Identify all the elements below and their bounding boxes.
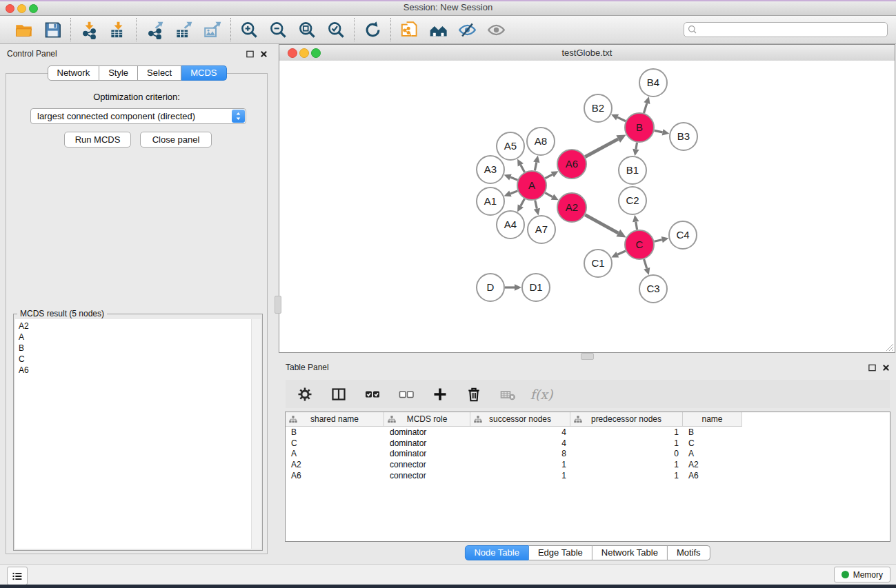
- graph-node-A2[interactable]: A2: [557, 193, 586, 222]
- close-table-panel-icon[interactable]: [882, 363, 890, 372]
- graph-node-A4[interactable]: A4: [497, 211, 524, 239]
- graph-node-C3[interactable]: C3: [639, 275, 667, 303]
- graph-edge-A2-C[interactable]: [585, 215, 626, 238]
- close-window-button[interactable]: [6, 4, 14, 13]
- tab-motifs[interactable]: Motifs: [668, 545, 710, 560]
- graph-edge-C-C1[interactable]: [611, 251, 626, 258]
- run-mcds-button[interactable]: Run MCDS: [64, 132, 131, 148]
- task-history-button[interactable]: [7, 567, 28, 585]
- search-input[interactable]: [684, 22, 888, 37]
- checkbox-unchecked-pair-icon[interactable]: [397, 385, 415, 403]
- mcds-list-scrollbar[interactable]: [251, 319, 261, 549]
- graph-node-B3[interactable]: B3: [670, 123, 697, 150]
- mcds-result-item[interactable]: A2: [15, 319, 261, 332]
- graph-edge-D-D1[interactable]: [505, 284, 521, 291]
- import-network-icon[interactable]: [79, 19, 99, 40]
- trash-icon[interactable]: [465, 385, 483, 403]
- mcds-result-item[interactable]: A: [15, 332, 261, 343]
- graph-node-A[interactable]: A: [517, 171, 546, 200]
- column-header-name[interactable]: name: [683, 412, 742, 427]
- graph-edge-C-C3[interactable]: [644, 259, 650, 275]
- graph-node-B[interactable]: B: [625, 113, 654, 142]
- search-box[interactable]: [684, 22, 888, 37]
- tab-network-table[interactable]: Network Table: [593, 545, 668, 560]
- graph-edge-A-A2[interactable]: [545, 193, 558, 201]
- graph-edge-A-A7[interactable]: [534, 200, 540, 215]
- network-canvas[interactable]: AA1A2A3A4A5A6A7A8BB1B2B3B4CC1C2C3C4DD1: [279, 61, 895, 352]
- window-resize-grip[interactable]: [884, 342, 894, 352]
- table-row[interactable]: Adominator80A: [286, 448, 890, 459]
- close-panel-icon[interactable]: [259, 50, 268, 59]
- checkbox-checked-pair-icon[interactable]: [364, 385, 381, 403]
- memory-button[interactable]: Memory: [834, 567, 890, 582]
- graph-edge-C-C4[interactable]: [654, 236, 668, 243]
- graph-edge-A-A8[interactable]: [533, 156, 539, 171]
- graph-node-A3[interactable]: A3: [477, 156, 504, 183]
- graph-edge-A-A4[interactable]: [517, 199, 524, 212]
- graph-edge-A-A6[interactable]: [545, 171, 558, 178]
- graph-node-B4[interactable]: B4: [639, 69, 667, 97]
- minimize-window-button[interactable]: [17, 4, 26, 13]
- graph-node-C[interactable]: C: [625, 230, 654, 259]
- column-header-shared-name[interactable]: shared name: [286, 412, 384, 427]
- save-floppy-icon[interactable]: [42, 19, 63, 40]
- export-image-icon[interactable]: [202, 19, 223, 40]
- mcds-result-item[interactable]: C: [15, 354, 261, 365]
- column-layout-icon[interactable]: [330, 385, 348, 403]
- tab-mcds[interactable]: MCDS: [181, 65, 226, 81]
- graph-node-D1[interactable]: D1: [522, 274, 550, 301]
- graph-edge-A-A5[interactable]: [517, 159, 524, 172]
- gear-icon[interactable]: [296, 385, 314, 403]
- eye-slash-icon[interactable]: [457, 19, 477, 40]
- export-table-icon[interactable]: [173, 19, 194, 40]
- network-close-button[interactable]: [288, 48, 297, 58]
- zoom-in-icon[interactable]: [239, 19, 259, 40]
- table-row[interactable]: A2connector11A2: [286, 459, 890, 470]
- graph-node-A8[interactable]: A8: [527, 128, 555, 155]
- mcds-result-item[interactable]: A6: [15, 365, 261, 376]
- graph-edge-A-A1[interactable]: [504, 190, 518, 196]
- graph-edge-B-B1[interactable]: [633, 143, 639, 156]
- graph-node-B1[interactable]: B1: [619, 156, 646, 184]
- refresh-icon[interactable]: [362, 19, 383, 40]
- graph-edge-A-A3[interactable]: [504, 174, 518, 181]
- plus-icon[interactable]: [431, 385, 449, 403]
- network-window-titlebar[interactable]: testGlobe.txt: [279, 45, 895, 61]
- graph-node-A7[interactable]: A7: [528, 216, 555, 243]
- zoom-fit-icon[interactable]: [297, 19, 317, 40]
- graph-node-A5[interactable]: A5: [497, 132, 524, 160]
- mcds-result-item[interactable]: B: [15, 343, 261, 354]
- zoom-selected-icon[interactable]: [326, 19, 346, 40]
- close-panel-button[interactable]: Close panel: [140, 132, 212, 148]
- open-folder-icon[interactable]: [13, 19, 34, 40]
- graph-node-A6[interactable]: A6: [557, 150, 586, 179]
- mcds-result-list[interactable]: A2ABCA6: [15, 319, 261, 549]
- graph-edge-B-B3[interactable]: [655, 129, 670, 135]
- homes-icon[interactable]: [428, 19, 448, 40]
- float-table-panel-icon[interactable]: [868, 363, 877, 372]
- network-minimize-button[interactable]: [299, 48, 309, 58]
- graph-node-C1[interactable]: C1: [584, 250, 612, 277]
- tab-select[interactable]: Select: [138, 65, 181, 81]
- zoom-out-icon[interactable]: [268, 19, 288, 40]
- zoom-window-button[interactable]: [29, 4, 38, 13]
- tab-node-table[interactable]: Node Table: [464, 545, 529, 560]
- float-panel-icon[interactable]: [246, 50, 255, 59]
- clone-network-icon[interactable]: [399, 19, 419, 40]
- tab-style[interactable]: Style: [99, 65, 138, 81]
- graph-edge-C-C2[interactable]: [633, 215, 639, 230]
- graph-node-B2[interactable]: B2: [584, 94, 612, 122]
- graph-node-A1[interactable]: A1: [477, 187, 504, 215]
- table-row[interactable]: Bdominator41B: [286, 427, 890, 438]
- network-zoom-button[interactable]: [311, 48, 321, 58]
- horizontal-splitter-handle[interactable]: [581, 353, 594, 360]
- column-header-predecessor-nodes[interactable]: predecessor nodes: [570, 412, 683, 427]
- column-header-successor-nodes[interactable]: successor nodes: [470, 412, 570, 427]
- graph-node-D[interactable]: D: [477, 274, 504, 301]
- graph-node-C4[interactable]: C4: [669, 221, 697, 249]
- eye-icon[interactable]: [486, 19, 506, 40]
- export-network-icon[interactable]: [144, 19, 165, 40]
- table-row[interactable]: Cdominator41C: [286, 438, 890, 449]
- graph-edge-A6-B[interactable]: [585, 134, 626, 156]
- tab-network[interactable]: Network: [47, 65, 99, 81]
